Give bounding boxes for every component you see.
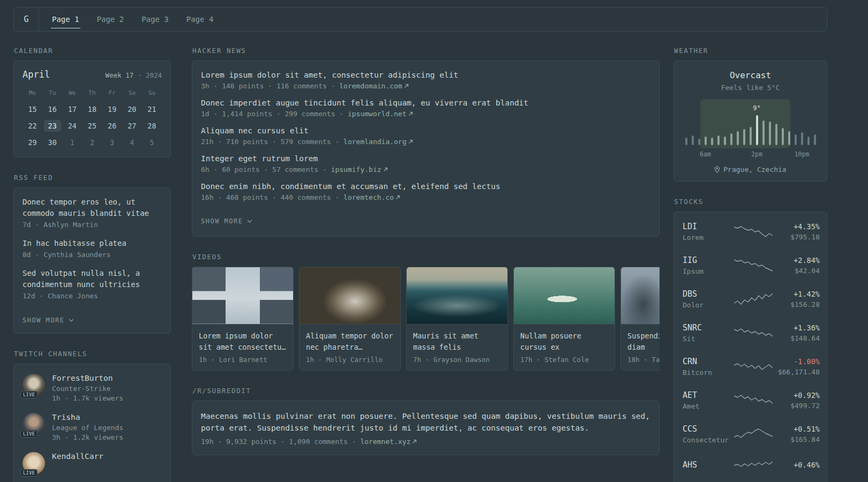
right-column: WEATHER Overcast Feels like 5°C 9° 6am2p… <box>674 47 827 482</box>
hn-item-meta: 3h · 148 points · 116 comments · loremdo… <box>201 82 650 90</box>
stock-values: +0.51% $165.84 <box>773 425 820 443</box>
video-title[interactable]: Mauris sit amet massa felis <box>413 330 501 353</box>
rss-show-more-label: SHOW MORE <box>23 317 65 324</box>
calendar-days-grid: 1516171819202122232425262728293012345 <box>23 101 162 150</box>
video-thumbnail[interactable] <box>192 267 293 325</box>
external-link-icon <box>404 84 409 88</box>
twitch-channel[interactable]: LIVE Trisha League of Legends 3h · 1.2k … <box>23 413 162 441</box>
home-logo[interactable]: G <box>14 7 39 31</box>
video-card[interactable]: Aliquam tempor dolor nec pharetra… 1h · … <box>299 267 401 371</box>
rss-show-more-button[interactable]: SHOW MORE <box>23 317 74 324</box>
stock-id: SNRC Sit <box>683 323 734 343</box>
rss-item-title[interactable]: Sed volutpat nulla nisl, a condimentum n… <box>23 268 162 290</box>
video-thumbnail[interactable] <box>407 267 507 325</box>
chevron-down-icon <box>247 220 252 223</box>
calendar-day: 16 <box>42 101 62 117</box>
calendar-title-row: April Week 17 · 2024 <box>23 69 162 80</box>
calendar-month: April <box>23 69 50 80</box>
stock-change: +2.84% <box>773 256 820 265</box>
stock-symbol: IIG <box>683 255 734 265</box>
subreddit-domain: loremnet.xyz <box>360 438 410 446</box>
stock-row: CRN Bitcorn -1.00% $66,171.48 <box>683 350 818 383</box>
video-title[interactable]: Lorem ipsum dolor sit amet consectetu… <box>199 330 287 353</box>
subreddit-source-link[interactable]: loremnet.xyz <box>360 438 417 446</box>
page-tab[interactable]: Page 3 <box>141 15 169 24</box>
page-tab[interactable]: Page 2 <box>97 15 124 24</box>
hn-item-title[interactable]: Donec enim nibh, condimentum et accumsan… <box>201 182 650 191</box>
stock-symbol: LDI <box>683 222 734 231</box>
stocks-section-header: STOCKS <box>674 198 827 206</box>
hn-item-title[interactable]: Donec imperdiet augue tincidunt felis al… <box>201 99 650 107</box>
location-pin-icon <box>714 166 720 173</box>
hn-item-title[interactable]: Aliquam nec cursus elit <box>201 126 650 135</box>
weather-hour-column <box>741 103 747 145</box>
channel-name[interactable]: ForrestBurton <box>52 374 123 382</box>
stock-price: $795.18 <box>773 233 820 241</box>
video-card[interactable]: Suspendisse volutpat diam 18h · Tara <box>620 267 660 371</box>
hn-item-source-link[interactable]: loremdomain.com <box>339 82 408 90</box>
hn-show-more-button[interactable]: SHOW MORE <box>201 217 252 225</box>
weather-hour-column <box>799 103 805 145</box>
temperature-bar <box>692 135 694 145</box>
temperature-bar <box>801 132 803 145</box>
page-tab[interactable]: Page 1 <box>52 15 79 24</box>
video-title[interactable]: Nullam posuere cursus ex <box>520 330 608 353</box>
twitch-channel[interactable]: LIVE KendallCarr <box>23 452 162 475</box>
temperature-bar <box>762 120 765 145</box>
rss-item-title[interactable]: In hac habitasse platea <box>23 238 162 249</box>
stock-name: Lorem <box>683 234 734 242</box>
video-info: Aliquam tempor dolor nec pharetra… 1h · … <box>300 325 400 370</box>
stock-row: CCS Consectetur +0.51% $165.84 <box>683 417 818 451</box>
stock-change: +4.35% <box>773 222 820 231</box>
hn-item-stats: 16h · 468 points · 440 comments · <box>201 193 343 201</box>
video-card[interactable]: Nullam posuere cursus ex 17h · Stefan Co… <box>513 267 615 371</box>
stock-row: SNRC Sit +1.36% $148.64 <box>683 316 818 350</box>
external-link-icon <box>412 439 417 444</box>
hn-item-stats: 3h · 148 points · 116 comments · <box>201 82 339 90</box>
weather-location-label: Prague, Czechia <box>723 165 786 174</box>
calendar-dow: Th <box>82 87 102 100</box>
stock-values: +1.36% $148.64 <box>773 323 820 342</box>
hn-item: Integer eget rutrum lorem 6h · 60 points… <box>201 154 650 174</box>
channel-name[interactable]: KendallCarr <box>52 452 103 461</box>
hn-item-title[interactable]: Integer eget rutrum lorem <box>201 154 650 163</box>
stock-change: +0.46% <box>773 461 820 469</box>
hn-item-stats: 1d · 1,414 points · 299 comments · <box>201 110 348 118</box>
hn-item-source-link[interactable]: ipsumify.biz <box>331 165 388 174</box>
video-title[interactable]: Suspendisse volutpat diam <box>627 330 660 353</box>
page-tab[interactable]: Page 4 <box>186 15 214 24</box>
video-thumbnail[interactable] <box>621 267 660 325</box>
twitch-channel[interactable]: LIVE ForrestBurton Counter-Strike 1h · 1… <box>23 374 162 402</box>
hn-item-title[interactable]: Lorem ipsum dolor sit amet, consectetur … <box>201 71 650 79</box>
stock-price: $499.72 <box>773 402 820 410</box>
rss-card: Donec tempor eros leo, ut commodo mauris… <box>13 187 171 334</box>
calendar-day: 5 <box>142 134 162 150</box>
live-badge: LIVE <box>20 469 38 477</box>
external-link-icon <box>395 195 400 200</box>
rss-item-meta: 8d · Cynthia Saunders <box>23 251 162 259</box>
video-title[interactable]: Aliquam tempor dolor nec pharetra… <box>306 330 394 353</box>
video-thumbnail[interactable] <box>514 267 615 325</box>
stock-symbol: AHS <box>683 460 734 470</box>
weather-hour-column <box>792 103 799 145</box>
hacker-news-card: Lorem ipsum dolor sit amet, consectetur … <box>192 61 660 237</box>
stock-name: Ipsum <box>683 267 734 275</box>
video-thumbnail[interactable] <box>300 267 400 325</box>
stock-price: $66,171.48 <box>773 368 820 376</box>
temperature-bar <box>698 139 700 145</box>
hn-item-domain: ipsumworld.net <box>348 110 407 118</box>
hn-item-source-link[interactable]: loremtech.co <box>343 193 400 201</box>
video-card[interactable]: Lorem ipsum dolor sit amet consectetu… 1… <box>192 267 294 371</box>
calendar-day: 20 <box>122 101 142 117</box>
hn-item-meta: 16h · 468 points · 440 comments · loremt… <box>201 193 650 201</box>
calendar-day: 26 <box>102 117 122 134</box>
calendar-card: April Week 17 · 2024 MoTuWeThFrSaSu 1516… <box>13 61 171 157</box>
hn-item-source-link[interactable]: ipsumworld.net <box>348 110 413 118</box>
hn-item-source-link[interactable]: loremlandia.org <box>343 138 413 146</box>
calendar-day: 28 <box>142 117 162 134</box>
calendar-dow: Su <box>142 87 162 100</box>
rss-item-title[interactable]: Donec tempor eros leo, ut commodo mauris… <box>23 197 162 219</box>
video-card[interactable]: Mauris sit amet massa felis 7h · Grayson… <box>406 267 508 371</box>
channel-name[interactable]: Trisha <box>52 413 123 421</box>
subreddit-post-title[interactable]: Maecenas mollis pulvinar erat non posuer… <box>201 410 650 434</box>
